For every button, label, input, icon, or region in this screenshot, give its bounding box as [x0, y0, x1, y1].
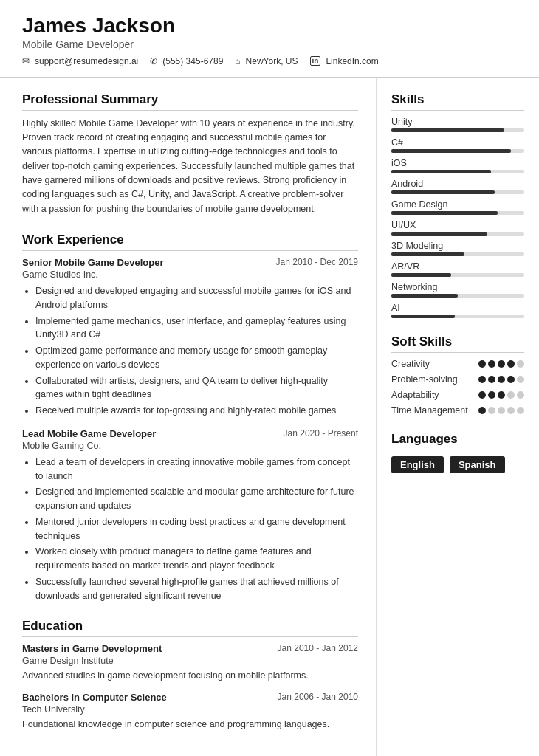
- skill-name-9: AI: [391, 303, 524, 313]
- work-experience-title: Work Experience: [22, 233, 358, 251]
- job-dates-1: Jan 2020 - Present: [284, 428, 358, 439]
- dot-2-3: [507, 391, 515, 399]
- skill-bar-fill-3: [391, 190, 495, 194]
- location-icon: [235, 56, 242, 66]
- skill-item-6: 3D Modeling: [391, 241, 524, 256]
- skill-bar-fill-8: [391, 294, 458, 298]
- skill-item-5: UI/UX: [391, 220, 524, 236]
- education-title: Education: [22, 619, 358, 637]
- soft-skill-name-1: Problem-solving: [391, 374, 458, 385]
- dot-0-0: [478, 360, 486, 368]
- job-company-0: Game Studios Inc.: [22, 269, 358, 280]
- skill-bar-bg-7: [391, 273, 524, 277]
- job-bullet-0-1: Implemented game mechanics, user interfa…: [35, 315, 358, 343]
- job-bullet-0-0: Designed and developed engaging and succ…: [35, 284, 358, 312]
- dot-0-4: [517, 360, 524, 368]
- summary-section: Professional Summary Highly skilled Mobi…: [22, 92, 358, 217]
- skill-name-2: iOS: [391, 158, 524, 168]
- education-item-1: Bachelors in Computer Science Jan 2006 -…: [22, 692, 358, 732]
- soft-skill-name-2: Adaptability: [391, 390, 439, 400]
- skill-bar-bg-5: [391, 232, 524, 236]
- education-item-0: Masters in Game Development Jan 2010 - J…: [22, 643, 358, 683]
- dot-1-3: [507, 376, 515, 383]
- skills-list: Unity C# iOS Android Game Design: [391, 117, 524, 318]
- soft-skill-item-0: Creativity: [391, 359, 524, 369]
- skill-bar-bg-0: [391, 128, 524, 132]
- skill-bar-bg-3: [391, 190, 524, 194]
- dot-2-2: [498, 391, 505, 399]
- dot-3-1: [488, 407, 495, 414]
- skill-item-2: iOS: [391, 158, 524, 173]
- job-bullet-1-2: Mentored junior developers in coding bes…: [35, 515, 358, 543]
- edu-desc-0: Advanced studies in game development foc…: [22, 669, 358, 683]
- linkedin-value: LinkedIn.com: [326, 56, 378, 66]
- skill-bar-bg-8: [391, 294, 524, 298]
- skill-item-7: AR/VR: [391, 261, 524, 277]
- skill-bar-bg-2: [391, 170, 524, 173]
- right-column: Skills Unity C# iOS Android Game Design: [377, 78, 539, 756]
- skill-item-9: AI: [391, 303, 524, 318]
- job-bullets-0: Designed and developed engaging and succ…: [22, 284, 358, 418]
- skill-name-4: Game Design: [391, 199, 524, 210]
- job-bullet-1-3: Worked closely with product managers to …: [35, 545, 358, 573]
- candidate-title: Mobile Game Developer: [22, 38, 517, 50]
- skill-item-8: Networking: [391, 282, 524, 298]
- skill-name-6: 3D Modeling: [391, 241, 524, 251]
- soft-skill-item-2: Adaptability: [391, 390, 524, 400]
- languages-title: Languages: [391, 432, 524, 450]
- work-experience-section: Work Experience Senior Mobile Game Devel…: [22, 233, 358, 602]
- soft-skill-dots-3: [478, 407, 524, 414]
- email-icon: [22, 56, 32, 66]
- jobs-list: Senior Mobile Game Developer Jan 2010 - …: [22, 257, 358, 602]
- job-item-0: Senior Mobile Game Developer Jan 2010 - …: [22, 257, 358, 418]
- soft-skills-title: Soft Skills: [391, 334, 524, 353]
- skill-name-8: Networking: [391, 282, 524, 292]
- dot-2-1: [488, 391, 495, 399]
- dot-3-4: [517, 407, 524, 414]
- education-section: Education Masters in Game Development Ja…: [22, 619, 358, 732]
- dot-3-2: [498, 407, 505, 414]
- job-bullet-0-2: Optimized game performance and memory us…: [35, 344, 358, 372]
- lang-tag-0: English: [391, 456, 444, 473]
- skill-bar-bg-9: [391, 315, 524, 318]
- left-column: Professional Summary Highly skilled Mobi…: [0, 78, 377, 756]
- dot-3-3: [507, 407, 515, 414]
- job-dates-0: Jan 2010 - Dec 2019: [276, 257, 358, 267]
- job-title-1: Lead Mobile Game Developer: [22, 428, 156, 439]
- email-contact: support@resumedesign.ai: [22, 56, 138, 66]
- job-bullets-1: Lead a team of developers in creating in…: [22, 456, 358, 603]
- dot-1-2: [498, 376, 505, 383]
- dot-2-0: [478, 391, 486, 399]
- soft-skill-name-0: Creativity: [391, 359, 430, 369]
- skill-name-3: Android: [391, 179, 524, 189]
- skill-item-1: C#: [391, 137, 524, 153]
- job-bullet-1-0: Lead a team of developers in creating in…: [35, 456, 358, 484]
- edu-dates-0: Jan 2010 - Jan 2012: [278, 643, 358, 653]
- linkedin-icon: [310, 56, 323, 66]
- phone-icon: [150, 56, 159, 66]
- skills-title: Skills: [391, 92, 524, 111]
- lang-tag-1: Spanish: [450, 456, 505, 473]
- header: James Jackson Mobile Game Developer supp…: [0, 0, 539, 78]
- location-contact: NewYork, US: [235, 56, 298, 66]
- skill-bar-bg-6: [391, 252, 524, 256]
- edu-desc-1: Foundational knowledge in computer scien…: [22, 718, 358, 732]
- soft-skill-dots-1: [478, 376, 524, 383]
- edu-school-1: Tech University: [22, 704, 358, 715]
- email-value: support@resumedesign.ai: [35, 56, 138, 66]
- edu-degree-1: Bachelors in Computer Science: [22, 692, 167, 703]
- skill-bar-fill-7: [391, 273, 451, 277]
- summary-text: Highly skilled Mobile Game Developer wit…: [22, 117, 358, 217]
- skill-name-0: Unity: [391, 117, 524, 127]
- soft-skills-section: Soft Skills Creativity Problem-solving A…: [391, 334, 524, 416]
- soft-skill-item-1: Problem-solving: [391, 374, 524, 385]
- skill-bar-bg-1: [391, 149, 524, 153]
- phone-value: (555) 345-6789: [162, 56, 223, 66]
- dot-1-1: [488, 376, 495, 383]
- skill-name-5: UI/UX: [391, 220, 524, 230]
- skills-section: Skills Unity C# iOS Android Game Design: [391, 92, 524, 318]
- soft-skill-name-3: Time Management: [391, 405, 468, 416]
- soft-skill-item-3: Time Management: [391, 405, 524, 416]
- education-list: Masters in Game Development Jan 2010 - J…: [22, 643, 358, 732]
- skill-item-3: Android: [391, 179, 524, 194]
